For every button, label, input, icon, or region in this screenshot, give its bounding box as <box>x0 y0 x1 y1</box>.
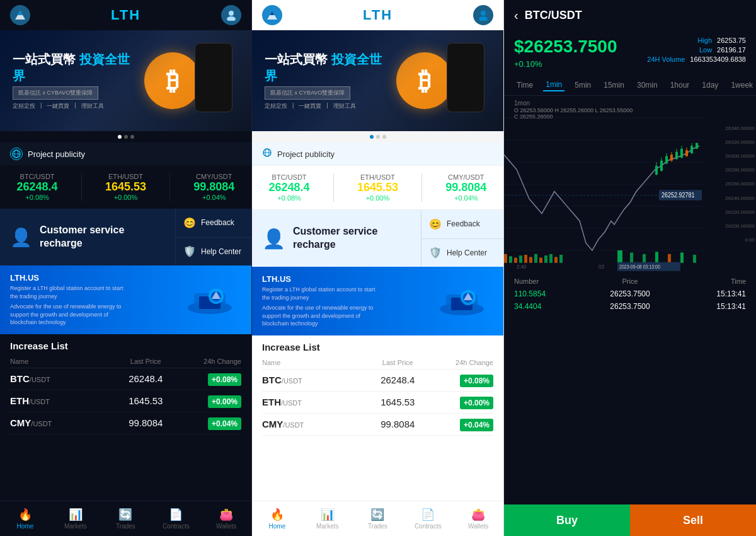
mid-help-label: Help Center <box>447 248 487 257</box>
y-val-7: 26220.00000 <box>725 209 755 215</box>
svg-rect-64 <box>544 255 547 263</box>
left-row-btc[interactable]: BTC/USDT 26248.4 +0.08% <box>10 368 241 390</box>
left-lth-banner[interactable]: LTH.US Register a LTH global station acc… <box>0 265 251 334</box>
left-row-eth[interactable]: ETH/USDT 1645.53 +0.00% <box>10 390 241 412</box>
tab-1day[interactable]: 1day <box>699 79 721 91</box>
mid-service-row: 👤 Customer service recharge 😊 Feedback 🛡… <box>252 210 503 267</box>
svg-rect-74 <box>693 255 696 263</box>
left-banner-text: 一站式買幣 投資全世界 <box>13 51 138 84</box>
svg-point-16 <box>479 16 488 21</box>
mid-phone-mock <box>447 43 484 112</box>
mid-avatar[interactable] <box>473 5 493 25</box>
price-div-1 <box>81 173 82 201</box>
y-val-5: 26260.00000 <box>725 181 755 187</box>
right-trade-table: Number Price Time 110.5854 26253.7500 15… <box>504 272 756 318</box>
svg-rect-56 <box>504 254 507 263</box>
mid-feedback-icon: 😊 <box>429 218 442 230</box>
trade-1-number: 110.5854 <box>514 289 592 298</box>
mid-price-div-1 <box>333 173 334 202</box>
tab-30min[interactable]: 30min <box>634 79 660 91</box>
mid-btc-pair: BTC/USDT <box>272 173 307 181</box>
home-icon: 🔥 <box>18 508 32 521</box>
left-feedback-btn[interactable]: 😊 Feedback <box>176 209 251 238</box>
mid-cmy-price: 99.8084 <box>445 181 486 194</box>
buy-button[interactable]: Buy <box>504 504 630 536</box>
left-phone-mock <box>195 43 232 112</box>
mid-btc-price: 26248.4 <box>269 181 310 194</box>
left-price-cmy[interactable]: CMY/USDT 99.8084 +0.04% <box>193 173 234 201</box>
tab-1hour[interactable]: 1hour <box>668 79 692 91</box>
mid-nav-home[interactable]: 🔥 Home <box>252 501 302 536</box>
mid-trades-label: Trades <box>368 523 387 530</box>
left-bottom-nav: 🔥 Home 📊 Markets 🔄 Trades 📄 Contracts 👛 … <box>0 501 251 536</box>
trade-row-1: 110.5854 26253.7500 15:13:41 <box>514 288 746 300</box>
eth-price: 1645.53 <box>105 180 146 194</box>
mid-nav-trades[interactable]: 🔄 Trades <box>353 501 403 536</box>
left-row-eth-change: +0.00% <box>191 395 241 407</box>
left-avatar[interactable] <box>221 5 241 25</box>
mid-price-cmy[interactable]: CMY/USDT 99.8084 +0.04% <box>445 173 486 202</box>
back-button[interactable]: ‹ <box>514 8 518 23</box>
left-help-btn[interactable]: 🛡️ Help Center <box>176 238 251 266</box>
left-price-btc[interactable]: BTC/USDT 26248.4 +0.08% <box>17 173 58 201</box>
mid-col-price: Last Price <box>353 359 444 366</box>
mid-contracts-label: Contracts <box>415 523 442 530</box>
eth-change: +0.00% <box>114 194 138 201</box>
left-nav-trades[interactable]: 🔄 Trades <box>101 501 151 536</box>
svg-rect-69 <box>630 253 633 263</box>
tab-time[interactable]: Time <box>514 79 536 91</box>
mid-cs-recharge[interactable]: 👤 Customer service recharge <box>252 210 421 267</box>
mid-row-btc[interactable]: BTC/USDT 26248.4 +0.08% <box>262 370 493 392</box>
left-nav-markets[interactable]: 📊 Markets <box>50 501 101 536</box>
mid-price-btc[interactable]: BTC/USDT 26248.4 +0.08% <box>269 173 310 202</box>
left-price-eth[interactable]: ETH/USDT 1645.53 +0.00% <box>105 173 146 201</box>
tab-1min[interactable]: 1min <box>543 79 564 91</box>
mid-wallets-label: Wallets <box>468 523 488 530</box>
tab-15min[interactable]: 15min <box>601 79 627 91</box>
mid-nav-contracts[interactable]: 📄 Contracts <box>403 501 453 536</box>
mid-feedback-btn[interactable]: 😊 Feedback <box>421 210 503 239</box>
mid-row-eth[interactable]: ETH/USDT 1645.53 +0.00% <box>262 392 493 414</box>
mid-btc-change: +0.08% <box>277 194 301 202</box>
left-col-change: 24h Change <box>191 358 241 365</box>
left-nav-wallets[interactable]: 👛 Wallets <box>201 501 251 536</box>
markets-icon: 📊 <box>69 508 83 521</box>
svg-rect-70 <box>643 254 646 263</box>
left-lth-subdesc: Advocate for the use of renewable energy… <box>10 303 123 327</box>
left-nav-home[interactable]: 🔥 Home <box>0 501 50 536</box>
mid-price-eth[interactable]: ETH/USDT 1645.53 +0.00% <box>357 173 398 202</box>
left-cs-recharge[interactable]: 👤 Customer service recharge <box>0 209 176 265</box>
svg-rect-60 <box>524 255 527 263</box>
left-lth-desc: Register a LTH global station account to… <box>10 284 123 300</box>
tab-5min[interactable]: 5min <box>572 79 593 91</box>
left-row-cmy[interactable]: CMY/USDT 99.8084 +0.04% <box>10 412 241 434</box>
left-nav-contracts[interactable]: 📄 Contracts <box>151 501 201 536</box>
left-panel: LTH 一站式買幣 投資全世界 凱基信託 x CYBAVO雙重保障 定頻定投|一… <box>0 0 252 536</box>
left-cs-text: Customer service recharge <box>40 224 165 250</box>
mid-logo: LTH <box>363 7 392 23</box>
left-logo: LTH <box>111 7 140 23</box>
y-val-4: 26280.00000 <box>725 167 755 173</box>
right-trade-header: Number Price Time <box>514 277 746 285</box>
mid-nav-markets[interactable]: 📊 Markets <box>302 501 353 536</box>
tab-1week[interactable]: 1week <box>728 79 755 91</box>
sell-button[interactable]: Sell <box>630 504 756 536</box>
trades-icon: 🔄 <box>118 508 132 521</box>
mid-help-btn[interactable]: 🛡️ Help Center <box>421 239 503 267</box>
svg-point-3 <box>227 16 236 21</box>
mid-row-cmy[interactable]: CMY/USDT 99.8084 +0.04% <box>262 414 493 436</box>
svg-rect-71 <box>655 252 658 263</box>
mid-nav-wallets[interactable]: 👛 Wallets <box>453 501 503 536</box>
y-val-6: 26240.00000 <box>725 195 755 201</box>
mid-lth-banner[interactable]: LTH.US Register a LTH global station acc… <box>252 267 503 335</box>
mid-lth-title: LTH.US <box>262 274 375 284</box>
svg-rect-63 <box>539 258 542 263</box>
y-val-8: 26200.00000 <box>725 223 755 229</box>
left-row-cmy-price: 99.8084 <box>101 417 192 428</box>
trade-1-price: 26253.7500 <box>592 289 669 298</box>
mid-mountain-logo <box>262 5 282 25</box>
mid-row-btc-price: 26248.4 <box>353 375 444 385</box>
right-spacer <box>504 318 756 504</box>
svg-rect-66 <box>554 257 558 263</box>
left-feedback-label: Feedback <box>201 218 234 227</box>
